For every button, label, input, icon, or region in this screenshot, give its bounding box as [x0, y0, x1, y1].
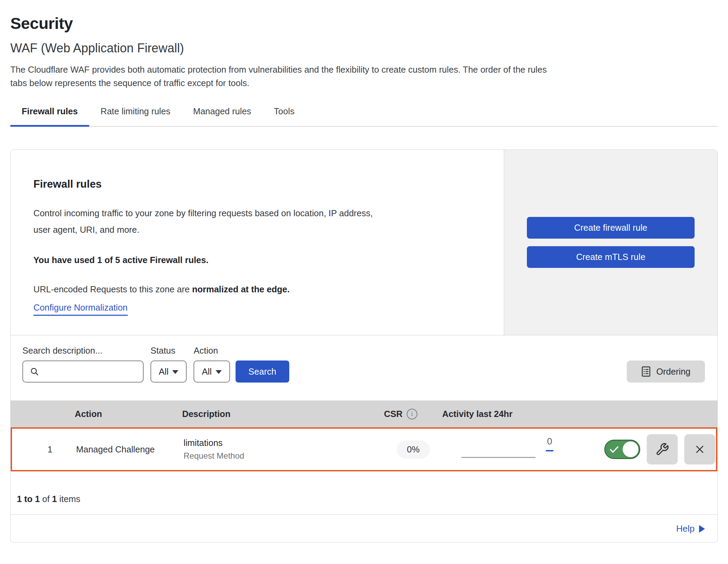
- info-icon[interactable]: i: [407, 409, 417, 419]
- actions-panel: Create firewall rule Create mTLS rule: [504, 150, 717, 335]
- firewall-rules-info-section: Firewall rules Control incoming traffic …: [11, 150, 717, 335]
- normalization-text: URL-encoded Requests to this zone are: [33, 284, 192, 294]
- page-title: Security: [10, 14, 718, 33]
- activity-sparkline: [461, 457, 535, 458]
- action-field: Action All: [194, 346, 230, 383]
- search-field: Search description...: [22, 346, 144, 383]
- activity-count-link[interactable]: 0: [546, 436, 553, 451]
- edit-rule-button[interactable]: [647, 434, 678, 464]
- page-description-line2: tabs below represents the sequence of tr…: [10, 76, 718, 90]
- activity-count-underline: [546, 450, 553, 451]
- wrench-icon: [655, 442, 669, 456]
- search-button[interactable]: Search: [236, 361, 289, 383]
- tab-firewall-rules[interactable]: Firewall rules: [10, 106, 89, 127]
- panel-description: Control incoming traffic to your zone by…: [33, 205, 483, 238]
- items-total: 1: [52, 494, 57, 504]
- help-label: Help: [676, 523, 695, 534]
- panel-description-line1: Control incoming traffic to your zone by…: [33, 205, 483, 221]
- csr-column-header: CSR i: [362, 409, 438, 419]
- search-input[interactable]: [43, 366, 137, 377]
- status-selected-value: All: [159, 367, 168, 377]
- rule-controls: [604, 434, 718, 464]
- security-waf-page: Security WAF (Web Application Firewall) …: [0, 0, 728, 543]
- search-label: Search description...: [22, 346, 144, 356]
- tab-rate-limiting-rules[interactable]: Rate limiting rules: [89, 106, 182, 126]
- tab-tools[interactable]: Tools: [262, 106, 306, 126]
- check-icon: [610, 446, 619, 454]
- rule-action: Managed Challenge: [64, 445, 184, 455]
- arrow-right-icon: [699, 525, 705, 533]
- page-subtitle: WAF (Web Application Firewall): [10, 41, 718, 55]
- help-row: Help: [11, 515, 717, 542]
- configure-normalization-link[interactable]: Configure Normalization: [33, 303, 128, 316]
- close-icon: [694, 443, 706, 456]
- action-label: Action: [194, 346, 230, 356]
- ordering-list-icon: [641, 366, 651, 377]
- csr-header-label: CSR: [384, 409, 403, 419]
- rule-enabled-toggle[interactable]: [604, 440, 640, 459]
- rule-description: limitations Request Method: [184, 438, 363, 461]
- panel-description-line2: user agent, URI, and more.: [33, 221, 483, 238]
- usage-summary: You have used 1 of 5 active Firewall rul…: [33, 255, 483, 265]
- rules-tabs: Firewall rules Rate limiting rules Manag…: [10, 106, 718, 127]
- search-box[interactable]: [22, 361, 144, 383]
- firewall-rules-info: Firewall rules Control incoming traffic …: [11, 150, 504, 335]
- status-label: Status: [150, 346, 187, 356]
- normalization-note: URL-encoded Requests to this zone are no…: [33, 284, 483, 294]
- description-column-header: Description: [182, 409, 362, 419]
- help-link[interactable]: Help: [676, 523, 705, 534]
- filters-bar: Search description... Status All: [11, 335, 717, 400]
- pagination-summary: 1 to 1 of 1 items: [11, 471, 717, 514]
- page-description: The Cloudflare WAF provides both automat…: [10, 63, 718, 90]
- rule-description-title: limitations: [184, 438, 363, 448]
- table-row: 1 Managed Challenge limitations Request …: [11, 427, 717, 471]
- ordering-button-label: Ordering: [656, 367, 690, 377]
- action-select[interactable]: All: [194, 361, 230, 383]
- action-selected-value: All: [202, 367, 211, 377]
- rule-order: 1: [12, 445, 64, 455]
- normalization-bold-text: normalized at the edge.: [192, 284, 290, 294]
- items-range: 1 to 1: [17, 494, 40, 504]
- activity-column-header: Activity last 24hr: [438, 409, 603, 419]
- firewall-rules-card: Firewall rules Control incoming traffic …: [10, 149, 718, 543]
- chevron-down-icon: [216, 370, 222, 374]
- rule-activity: 0: [439, 429, 604, 470]
- csr-badge: 0%: [397, 440, 430, 459]
- activity-count: 0: [547, 436, 552, 447]
- page-description-line1: The Cloudflare WAF provides both automat…: [10, 63, 718, 76]
- action-column-header: Action: [62, 409, 182, 419]
- status-select[interactable]: All: [150, 361, 187, 383]
- rule-description-sub: Request Method: [184, 451, 363, 461]
- delete-rule-button[interactable]: [684, 434, 715, 464]
- create-firewall-rule-button[interactable]: Create firewall rule: [527, 217, 695, 239]
- ordering-button[interactable]: Ordering: [627, 361, 705, 383]
- status-field: Status All: [150, 346, 187, 383]
- create-mtls-rule-button[interactable]: Create mTLS rule: [527, 246, 695, 268]
- rule-csr: 0%: [363, 440, 439, 459]
- chevron-down-icon: [172, 370, 178, 374]
- search-icon: [30, 367, 39, 376]
- panel-heading: Firewall rules: [33, 178, 483, 190]
- toggle-knob: [623, 441, 638, 457]
- table-header: Action Description CSR i Activity last 2…: [11, 400, 717, 427]
- tab-managed-rules[interactable]: Managed rules: [182, 106, 263, 126]
